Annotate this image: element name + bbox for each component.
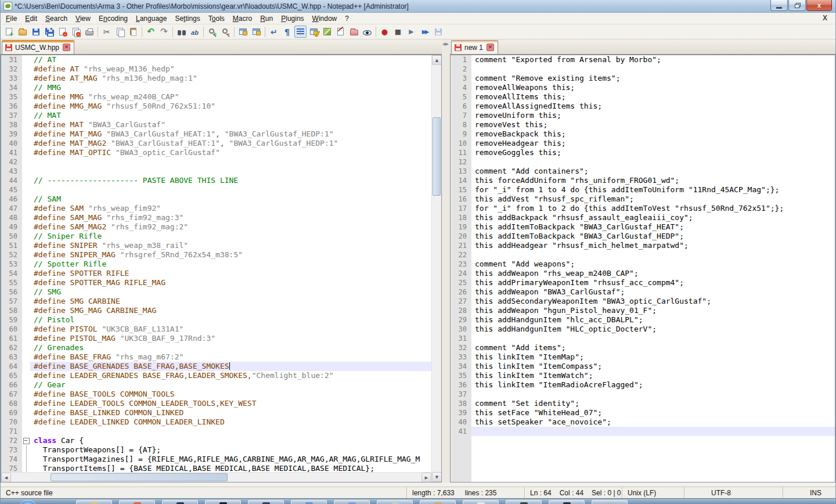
code-line[interactable]: 9removeBackpack this;	[451, 129, 835, 139]
scroll-left-icon[interactable]: ◀	[1, 473, 11, 482]
line-number[interactable]: 34	[1, 83, 22, 92]
menu-[interactable]: ?	[341, 13, 353, 24]
toolbar-undo-icon[interactable]: ↶	[145, 26, 157, 38]
line-number[interactable]: 75	[1, 464, 22, 472]
line-number[interactable]: 20	[451, 232, 471, 241]
toolbar-redo-icon[interactable]: ↷	[158, 26, 170, 38]
code-line[interactable]: 62// Grenades	[1, 343, 431, 352]
code-line[interactable]: 73 TransportWeapons[] = {AT};	[1, 445, 431, 455]
vscroll-thumb[interactable]	[433, 117, 441, 196]
menu-edit[interactable]: Edit	[21, 13, 41, 24]
code-line[interactable]: 34this linkItem "ItemCompass";	[451, 362, 835, 371]
code-line[interactable]: 54#define SPOTTER RIFLE	[1, 269, 431, 278]
line-number[interactable]: 22	[451, 250, 471, 260]
code-line[interactable]: 39this setFace "WhiteHead_07";	[451, 408, 835, 417]
line-number[interactable]: 27	[451, 297, 471, 306]
line-number[interactable]: 36	[1, 102, 22, 111]
code-line[interactable]: 32#define AT "rhs_weap_M136_hedp"	[1, 64, 431, 74]
line-number[interactable]: 67	[1, 390, 22, 399]
line-number[interactable]: 56	[1, 287, 22, 297]
code-line[interactable]: 22	[451, 250, 835, 260]
line-number[interactable]: 47	[1, 204, 22, 213]
toolbar-find-icon[interactable]	[175, 26, 188, 38]
code-line[interactable]: 3comment "Remove existing items";	[451, 74, 835, 83]
line-number[interactable]: 44	[1, 176, 22, 185]
toolbar-word-wrap-icon[interactable]: ↵	[268, 26, 280, 38]
line-number[interactable]: 13	[451, 167, 471, 176]
code-line[interactable]: 37// MAT	[1, 111, 431, 120]
code-line[interactable]: 64#define BASE_GRENADES BASE_FRAG,BASE_S…	[1, 362, 431, 371]
taskbar-button[interactable]	[334, 500, 370, 504]
line-number[interactable]: 25	[451, 278, 471, 287]
line-number[interactable]: 11	[451, 148, 471, 157]
code-line[interactable]: 18this addBackpack "rhsusf_assault_eagle…	[451, 213, 835, 222]
toolbar-macro-record-icon[interactable]: ●	[379, 26, 391, 38]
code-line[interactable]: 66// Gear	[1, 380, 431, 390]
code-line[interactable]: 12	[451, 157, 835, 167]
toolbar-cut-icon[interactable]: ✂	[100, 26, 113, 38]
line-number[interactable]: 32	[1, 64, 22, 74]
taskbar-button[interactable]	[420, 500, 456, 504]
line-number[interactable]: 69	[1, 408, 22, 417]
line-number[interactable]: 15	[451, 185, 471, 195]
close-button[interactable]: x	[806, 0, 832, 11]
toolbar-monitoring-icon[interactable]	[361, 26, 373, 38]
line-number[interactable]: 37	[451, 390, 471, 399]
code-line[interactable]: 33this linkItem "ItemMap";	[451, 352, 835, 362]
line-number[interactable]: 73	[1, 445, 22, 455]
code-line[interactable]: 6removeAllAssignedItems this;	[451, 102, 835, 111]
menu-tools[interactable]: Tools	[204, 13, 229, 24]
code-line[interactable]: 55#define SPOTTER_MAG RIFLE_MAG	[1, 278, 431, 287]
line-number[interactable]: 41	[451, 427, 471, 436]
status-encoding[interactable]: UTF-8	[684, 487, 783, 498]
line-number[interactable]: 71	[1, 427, 22, 436]
line-number[interactable]: 68	[1, 399, 22, 408]
pane-splitter[interactable]: ◀▶	[442, 39, 450, 483]
code-line[interactable]: 32comment "Add items";	[451, 343, 835, 352]
line-number[interactable]: 53	[1, 260, 22, 269]
toolbar-paste-icon[interactable]	[127, 26, 139, 38]
line-number[interactable]: 36	[451, 380, 471, 390]
toolbar-show-all-characters-icon[interactable]: ¶	[281, 26, 293, 38]
code-line[interactable]: 30this addHandgunItem "HLC_optic_DocterV…	[451, 325, 835, 334]
toolbar-folder-as-workspace-icon[interactable]	[348, 26, 360, 38]
status-eol-format[interactable]: Unix (LF)	[622, 487, 684, 498]
line-number[interactable]: 10	[451, 139, 471, 148]
line-number[interactable]: 60	[1, 325, 22, 334]
tab-new-1[interactable]: new 1 ✕	[451, 40, 498, 54]
line-number[interactable]: 50	[1, 232, 22, 241]
code-line[interactable]: 67#define BASE_TOOLS COMMON_TOOLS	[1, 390, 431, 399]
line-number[interactable]: 33	[451, 352, 471, 362]
code-line[interactable]: 19this addItemToBackpack "BWA3_CarlGusta…	[451, 222, 835, 232]
toolbar-macro-stop-icon[interactable]: ■	[392, 26, 404, 38]
scroll-right-icon[interactable]: ▶	[421, 473, 431, 482]
line-number[interactable]: 9	[451, 129, 471, 139]
line-number[interactable]: 66	[1, 380, 22, 390]
code-line[interactable]: 48#define SAM_MAG "rhs_fim92_mag:3"	[1, 213, 431, 222]
tab-close-icon[interactable]: ✕	[487, 44, 494, 51]
code-line[interactable]: 36this linkItem "ItemRadioAcreFlagged";	[451, 380, 835, 390]
menu-macro[interactable]: Macro	[229, 13, 256, 24]
code-line[interactable]: 60#define PISTOL "UK3CB_BAF_L131A1"	[1, 325, 431, 334]
code-line[interactable]: 11removeGoggles this;	[451, 148, 835, 157]
code-line[interactable]: 58#define SMG_MAG CARBINE_MAG	[1, 306, 431, 315]
line-number[interactable]: 5	[451, 92, 471, 102]
code-line[interactable]: 65#define LEADER_GRENADES BASE_FRAG,LEAD…	[1, 371, 431, 380]
code-line[interactable]: 38#define MAT "BWA3_CarlGustaf"	[1, 120, 431, 129]
line-number[interactable]: 8	[451, 120, 471, 129]
taskbar-button[interactable]	[205, 500, 241, 504]
code-line[interactable]: 46// SAM	[1, 195, 431, 204]
code-line[interactable]: 20this addItemToBackpack "BWA3_CarlGusta…	[451, 232, 835, 241]
code-line[interactable]: 40this setSpeaker "ace_novoice";	[451, 417, 835, 427]
code-line[interactable]: 35#define MMG "rhs_weap_m240B_CAP"	[1, 92, 431, 102]
taskbar-button[interactable]	[506, 500, 542, 504]
line-number[interactable]: 18	[451, 213, 471, 222]
menu-window[interactable]: Window	[308, 13, 341, 24]
line-number[interactable]: 63	[1, 352, 22, 362]
code-line[interactable]: 61#define PISTOL_MAG "UK3CB_BAF_9_17Rnd:…	[1, 334, 431, 343]
line-number[interactable]: 7	[451, 111, 471, 120]
line-number[interactable]: 55	[1, 278, 22, 287]
editor-empty-area[interactable]	[451, 436, 835, 482]
code-line[interactable]: 41	[451, 427, 835, 436]
line-number[interactable]: 31	[1, 55, 22, 64]
